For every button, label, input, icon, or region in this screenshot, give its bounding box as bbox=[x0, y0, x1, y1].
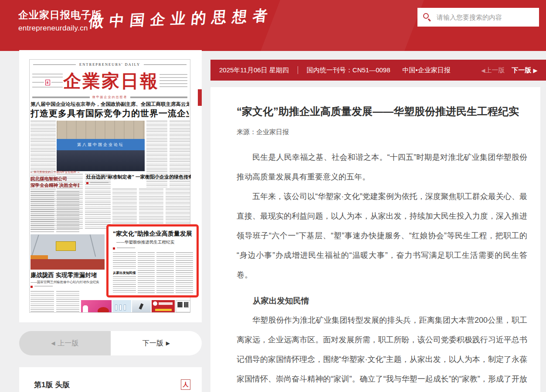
featured-headline: “家文化”助推企业高质量发展 bbox=[113, 230, 193, 238]
thumb-byline bbox=[113, 247, 193, 250]
thumb-right-body-columns bbox=[112, 189, 190, 223]
infobar-next-page-button[interactable]: 下一版 ▶ bbox=[512, 66, 537, 74]
page-preview-panel: ENTREPRENEURS' DAILY 8 企業家日報 做中国企业的思想者 第… bbox=[19, 50, 202, 322]
search-icon[interactable] bbox=[423, 13, 431, 21]
article-paragraph: 华塑股份作为淮北矿业集团转型发展的排头兵，距离集团大本营200公里，职工离家远，… bbox=[237, 311, 527, 392]
next-arrow-icon: ▶ bbox=[533, 68, 537, 74]
infobar-prev-page-button[interactable]: ◀上一版 bbox=[481, 66, 505, 74]
thumb-main-headline: 打造更多具有国际竞争力的世界一流企业 bbox=[31, 108, 189, 119]
machinery-base bbox=[31, 259, 105, 270]
newspaper-page-thumbnail[interactable]: ENTREPRENEURS' DAILY 8 企業家日報 做中国企业的思想者 第… bbox=[29, 59, 190, 313]
thumb-bottom-headline: 廉战陇西 实现零泄漏封堵 bbox=[31, 271, 110, 279]
edition-infobar: 2025年11月06日 星期四 国内统一刊号：CN51—0098 中国•企业家日… bbox=[210, 60, 546, 81]
page-list-label: 第1版 头版 bbox=[34, 380, 181, 390]
thumb-masthead: 8 企業家日報 bbox=[32, 68, 187, 94]
next-arrow-icon: ▶ bbox=[166, 340, 170, 346]
article-body: 民生是人民幸福之基、社会和谐之本。“十四五”时期是对淮北矿业集团华塑股份推动高质… bbox=[219, 148, 527, 392]
ad-bottles bbox=[112, 300, 131, 312]
thumb-bottom-body-columns bbox=[31, 291, 79, 312]
thumb-masthead-info-right bbox=[159, 68, 187, 94]
next-page-button[interactable]: 下一版 ▶ bbox=[111, 331, 202, 355]
ad-deli bbox=[152, 300, 175, 312]
prev-arrow-icon: ◀ bbox=[481, 68, 485, 74]
site-slogan: 做中国企业的思想者 bbox=[88, 6, 275, 32]
ad-noodle bbox=[81, 300, 112, 312]
infobar-divider bbox=[298, 66, 298, 74]
photo-forum-banner: 第八届中国企业论坛 bbox=[57, 139, 145, 150]
thumb-masthead-english: ENTREPRENEURS' DAILY bbox=[33, 62, 187, 67]
article-source: 来源：企业家日报 bbox=[237, 128, 528, 136]
edition-brand: 中国•企业家日报 bbox=[403, 66, 451, 74]
page-list-item[interactable]: 第1版 头版 人 bbox=[19, 367, 202, 392]
article-paragraph: 五年来，该公司以“华塑家·文化”党建案例为依托，深度聚焦职工群众最关心、最直接、… bbox=[237, 187, 527, 285]
thumb-left-body-columns bbox=[31, 191, 79, 232]
featured-column-heading: 从家出发知民情 bbox=[113, 271, 136, 275]
qr-code bbox=[184, 302, 189, 308]
featured-subhead: ——华塑股份推进民生工程纪实 bbox=[116, 240, 193, 245]
site-header: 企业家日报电子版 entrepreneurdaily.cn 做中国企业的思想者 bbox=[0, 0, 546, 51]
thumb-bottom-subhead: ——国家管网兰州输抢修中心站内封堵作业纪实 bbox=[31, 280, 110, 284]
thumb-slogan-divider: 做中国企业的思想者 bbox=[32, 95, 187, 99]
qr-codes bbox=[176, 300, 190, 312]
ad-ski bbox=[132, 300, 151, 312]
yellow-container bbox=[56, 241, 76, 251]
thumb-masthead-title: 企業家日報 bbox=[63, 68, 159, 94]
photo-stage-wall bbox=[57, 121, 145, 139]
article-title: “家文化”助推企业高质量发展——华塑股份推进民生工程纪实 bbox=[237, 105, 528, 118]
thumb-kicker: 第八届中国企业论坛在京举办，全国政协副主席、全国工商联主席高云龙强调 bbox=[31, 101, 189, 108]
page-pager: ◀ 上一版 下一版 ▶ bbox=[19, 331, 202, 355]
featured-body-columns: 从家出发知民情 bbox=[113, 252, 193, 294]
conference-photo: 第八届中国企业论坛 bbox=[57, 121, 145, 171]
edition-date: 2025年11月06日 星期四 bbox=[219, 66, 289, 74]
header-diagonal-decoration bbox=[258, 0, 426, 51]
photo-label bbox=[31, 255, 48, 259]
article-paragraph: 民生是人民幸福之基、社会和谐之本。“十四五”时期是对淮北矿业集团华塑股份推动高质… bbox=[237, 148, 527, 187]
prev-page-button[interactable]: ◀ 上一版 bbox=[19, 331, 111, 355]
thumb-left-kicker: 学习贯彻党的二十届四中全会精神 bbox=[31, 170, 79, 174]
qr-code bbox=[177, 302, 183, 308]
thumb-masthead-info-left: 8 bbox=[32, 68, 63, 94]
article-section-heading: 从家出发知民情 bbox=[237, 291, 527, 311]
prev-arrow-icon: ◀ bbox=[51, 340, 55, 346]
crane-boom bbox=[90, 235, 96, 257]
thumb-byline bbox=[31, 286, 53, 288]
photo-audience bbox=[57, 150, 145, 171]
panel-scrollbar-thumb[interactable] bbox=[198, 89, 202, 106]
thumb-left-headline: 皖北煤电智能公司 深学全会精神 决胜全年目标 bbox=[31, 176, 79, 189]
thumb-issue-badge: 8 bbox=[45, 80, 50, 85]
crane-photo bbox=[31, 234, 105, 270]
thumb-byline bbox=[86, 182, 109, 184]
article-panel: “家文化”助推企业高质量发展——华塑股份推进民生工程纪实 来源：企业家日报 民生… bbox=[210, 87, 540, 392]
search-box[interactable] bbox=[417, 8, 539, 27]
crane-boom bbox=[31, 235, 39, 256]
edition-issue-number: 国内统一刊号：CN51—0098 bbox=[307, 66, 390, 74]
search-input[interactable] bbox=[437, 14, 539, 21]
highlighted-article-box[interactable]: “家文化”助推企业高质量发展 ——华塑股份推进民生工程纪实 从家出发知民情 bbox=[106, 224, 199, 297]
thumb-right-headline: 灶台边的“标准制定者” 一家衡阳小企业的绿色传奇 bbox=[86, 174, 191, 180]
pdf-icon[interactable]: 人 bbox=[181, 379, 190, 390]
